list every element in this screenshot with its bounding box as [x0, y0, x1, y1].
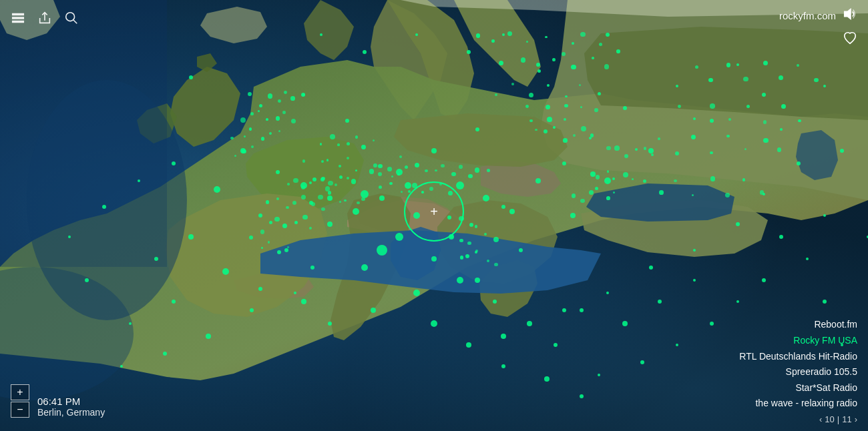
- svg-marker-10: [845, 9, 851, 19]
- zoom-out-button[interactable]: −: [11, 402, 29, 418]
- station-item-1[interactable]: Rocky FM USA: [793, 334, 857, 348]
- svg-rect-5: [13, 14, 24, 15]
- bottom-left-panel: + − 06:41 PM Berlin, Germany: [11, 384, 105, 418]
- svg-rect-7: [13, 21, 24, 23]
- station-list: Reboot.fm Rocky FM USA RTL Deutschlands …: [739, 318, 857, 424]
- svg-point-8: [66, 13, 75, 21]
- prev-page-button[interactable]: ‹: [819, 414, 822, 424]
- time-display: 06:41 PM: [37, 396, 105, 407]
- station-item-3[interactable]: Spreeradio 105.5: [786, 366, 857, 379]
- svg-rect-6: [13, 17, 24, 19]
- zoom-controls: + −: [11, 384, 29, 418]
- next-page-button[interactable]: ›: [855, 414, 857, 424]
- pagination: ‹ 10 | 11 ›: [819, 414, 857, 424]
- station-url-link[interactable]: rockyfm.com: [779, 10, 836, 21]
- zoom-in-button[interactable]: +: [11, 384, 29, 400]
- current-page: 10: [825, 414, 834, 424]
- station-item-0[interactable]: Reboot.fm: [814, 318, 857, 332]
- next-page-link[interactable]: 11: [842, 414, 851, 424]
- station-item-4[interactable]: Star*Sat Radio: [795, 382, 857, 395]
- station-item-5[interactable]: the wave - relaxing radio: [755, 397, 857, 410]
- top-right-controls: rockyfm.com: [779, 7, 857, 48]
- map-container: + rockyfm.com: [0, 0, 868, 431]
- page-separator: |: [837, 414, 839, 424]
- share-button[interactable]: [37, 11, 52, 28]
- search-button[interactable]: [64, 11, 79, 28]
- location-info: 06:41 PM Berlin, Germany: [37, 396, 105, 418]
- top-left-controls: [11, 11, 79, 28]
- favorite-button[interactable]: [843, 31, 857, 48]
- svg-line-9: [73, 20, 77, 24]
- station-item-2[interactable]: RTL Deutschlands Hit-Radio: [739, 350, 857, 364]
- volume-button[interactable]: [843, 7, 857, 24]
- map-background: [0, 0, 868, 431]
- menu-button[interactable]: [11, 11, 25, 28]
- city-display: Berlin, Germany: [37, 407, 105, 418]
